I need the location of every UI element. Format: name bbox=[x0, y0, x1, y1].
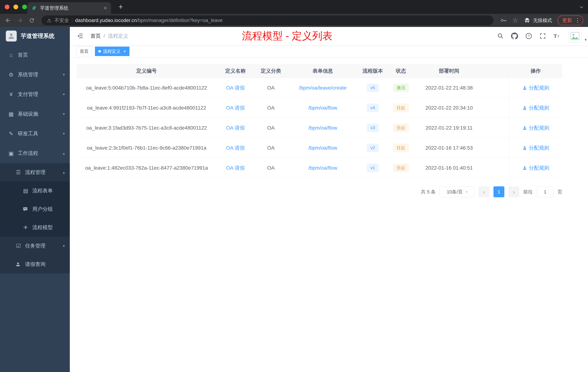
status-badge: 挂起 bbox=[393, 164, 409, 172]
pagination-total: 共 5 条 bbox=[421, 189, 436, 195]
question-icon[interactable]: ? bbox=[525, 33, 532, 40]
sidebar-item-process-management[interactable]: ☰ 流程管理 ▴ bbox=[0, 163, 70, 181]
next-page-button[interactable]: › bbox=[508, 186, 519, 197]
assign-rule-label: 分配规则 bbox=[529, 124, 549, 131]
tab-title: 芋道管理系统 bbox=[40, 5, 100, 11]
gear-icon: ⚙ bbox=[8, 72, 14, 78]
page-number-button[interactable]: 1 bbox=[494, 186, 504, 197]
browser-tab[interactable]: 芋道管理系统 × bbox=[27, 2, 111, 14]
definition-name-link[interactable]: OA 请假 bbox=[226, 145, 245, 151]
address-bar[interactable]: ⚠ 不安全 dashboard.yudao.iocoder.cn/bpm/man… bbox=[42, 15, 494, 25]
back-button[interactable] bbox=[5, 17, 11, 24]
bookmark-star-icon[interactable]: ☆ bbox=[512, 17, 518, 24]
version-tag: v2 bbox=[367, 144, 378, 152]
form-link[interactable]: /bpm/oa/flow bbox=[308, 145, 337, 151]
key-icon[interactable] bbox=[500, 17, 507, 24]
chevron-down-icon: ▾ bbox=[63, 72, 65, 77]
definition-name-link[interactable]: OA 请假 bbox=[226, 125, 245, 131]
sidebar-toggle-icon[interactable] bbox=[76, 33, 84, 40]
form-link[interactable]: /bpm/oa/flow bbox=[308, 165, 337, 171]
security-label: 不安全 bbox=[54, 17, 69, 24]
assign-rule-link[interactable]: 分配规则 bbox=[522, 85, 549, 91]
github-icon[interactable] bbox=[511, 33, 518, 40]
definition-name-link[interactable]: OA 请假 bbox=[226, 105, 245, 111]
sidebar-item-process-model[interactable]: ✈ 流程模型 bbox=[0, 218, 70, 237]
tab-close-icon[interactable]: × bbox=[104, 5, 107, 11]
cell-definition-id: oa_leave:4:991f2193-7b7f-11ec-a3c8-acde4… bbox=[77, 105, 216, 111]
update-chip[interactable]: 更新 ⋮ bbox=[557, 15, 583, 25]
assign-rule-link[interactable]: 分配规则 bbox=[522, 124, 549, 131]
chevron-up-icon: ▴ bbox=[63, 170, 65, 175]
sidebar-item-home[interactable]: ⌂ 首页 bbox=[0, 45, 70, 65]
breadcrumb-home[interactable]: 首页 bbox=[91, 33, 101, 40]
browser-menu-icon[interactable]: ⋮ bbox=[575, 18, 580, 23]
sidebar-item-workflow[interactable]: ▣ 工作流程 ▴ bbox=[0, 143, 70, 163]
table-row: oa_leave:5:004b710b-7b8a-11ec-8ef0-acde4… bbox=[77, 78, 562, 98]
sidebar-item-process-form[interactable]: ▤ 流程表单 bbox=[0, 181, 70, 200]
caret-down-icon: ▾ bbox=[585, 37, 587, 42]
assign-rule-link[interactable]: 分配规则 bbox=[522, 104, 549, 111]
cell-category: OA bbox=[254, 85, 287, 91]
chevron-down-icon: ▾ bbox=[63, 131, 65, 136]
table-row: oa_leave:1:482ec033-762a-11ec-8477-a2380… bbox=[77, 158, 562, 178]
table-row: oa_leave:3:1fad3d93-7b75-11ec-a3c8-acde4… bbox=[77, 118, 562, 138]
assign-rule-link[interactable]: 分配规则 bbox=[522, 164, 549, 171]
sidebar-item-system[interactable]: ⚙ 系统管理 ▾ bbox=[0, 65, 70, 85]
forward-button[interactable] bbox=[17, 17, 23, 24]
new-tab-button[interactable]: + bbox=[116, 2, 125, 11]
column-header: 定义编号 bbox=[77, 67, 216, 75]
cell-category: OA bbox=[254, 105, 287, 111]
search-tabs-chevron-icon[interactable] bbox=[578, 4, 584, 11]
definition-name-link[interactable]: OA 请假 bbox=[226, 85, 245, 91]
workflow-icon: ▣ bbox=[8, 150, 14, 156]
sidebar-item-label: 流程管理 bbox=[25, 169, 45, 176]
chevron-down-icon: ▾ bbox=[63, 92, 65, 97]
browser-tab-strip: 芋道管理系统 × + bbox=[0, 0, 588, 14]
prev-page-button[interactable]: ‹ bbox=[479, 186, 489, 197]
maximize-window-button[interactable] bbox=[22, 5, 27, 9]
sidebar-item-infrastructure[interactable]: ▦ 基础设施 ▾ bbox=[0, 104, 70, 124]
browser-toolbar: ⚠ 不安全 dashboard.yudao.iocoder.cn/bpm/man… bbox=[0, 14, 588, 27]
page-content: 定义编号 定义名称 定义分类 表单信息 流程版本 状态 部署时间 操作 oa_l… bbox=[70, 57, 588, 197]
sidebar-item-user-group[interactable]: 用户分组 bbox=[0, 200, 70, 218]
version-tag: v3 bbox=[367, 124, 378, 132]
form-link[interactable]: /bpm/oa/flow bbox=[308, 125, 337, 131]
minimize-window-button[interactable] bbox=[13, 5, 18, 9]
sidebar-item-payment[interactable]: ¥ 支付管理 ▾ bbox=[0, 85, 70, 104]
sidebar-item-label: 基础设施 bbox=[18, 110, 38, 117]
tag-process-definition[interactable]: 流程定义 × bbox=[95, 47, 129, 56]
reload-button[interactable] bbox=[29, 17, 35, 23]
goto-page-input[interactable] bbox=[537, 186, 554, 197]
assign-rule-link[interactable]: 分配规则 bbox=[522, 144, 549, 152]
sidebar-item-label: 系统管理 bbox=[18, 71, 38, 78]
incognito-indicator: 无痕模式 bbox=[524, 17, 552, 24]
page-size-value: 10条/页 bbox=[447, 189, 463, 195]
svg-text:?: ? bbox=[528, 34, 530, 38]
sidebar-item-devtools[interactable]: ✎ 研发工具 ▾ bbox=[0, 124, 70, 143]
chevron-down-icon: ▾ bbox=[63, 244, 65, 248]
page-size-select[interactable]: 10条/页 ▾ bbox=[440, 186, 474, 197]
tag-home[interactable]: 首页 bbox=[76, 47, 92, 56]
navbar: 首页 / 流程定义 流程模型 - 定义列表 ? TT bbox=[70, 27, 588, 45]
breadcrumb-separator: / bbox=[104, 33, 105, 39]
assign-rule-label: 分配规则 bbox=[529, 164, 549, 171]
form-link[interactable]: /bpm/oa/flow bbox=[308, 105, 337, 111]
sidebar-item-leave-query[interactable]: 请假查询 bbox=[0, 255, 70, 273]
close-window-button[interactable] bbox=[5, 5, 10, 9]
cell-deploy-time: 2022-01-22 19:19:11 bbox=[415, 125, 509, 131]
tag-close-icon[interactable]: × bbox=[124, 49, 126, 54]
column-header: 操作 bbox=[509, 64, 562, 78]
fullscreen-icon[interactable] bbox=[539, 33, 546, 40]
column-header: 定义名称 bbox=[216, 67, 254, 75]
incognito-label: 无痕模式 bbox=[533, 17, 552, 24]
warning-icon: ⚠ bbox=[47, 17, 52, 23]
definition-name-link[interactable]: OA 请假 bbox=[226, 165, 245, 171]
table-header: 定义编号 定义名称 定义分类 表单信息 流程版本 状态 部署时间 操作 bbox=[77, 64, 562, 78]
favicon-leaf-icon bbox=[31, 5, 37, 11]
font-size-icon[interactable]: TT bbox=[553, 33, 560, 40]
form-link[interactable]: /bpm/oa/leave/create bbox=[299, 85, 346, 91]
user-avatar[interactable]: ▾ bbox=[568, 30, 581, 43]
column-header: 状态 bbox=[387, 67, 415, 75]
search-icon[interactable] bbox=[497, 33, 504, 40]
sidebar-item-task-management[interactable]: ☑ 任务管理 ▾ bbox=[0, 237, 70, 255]
